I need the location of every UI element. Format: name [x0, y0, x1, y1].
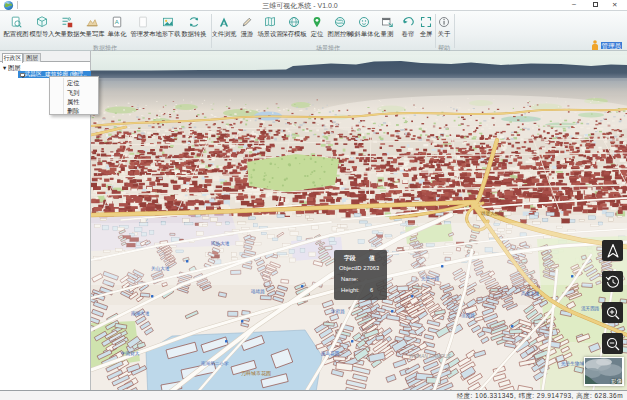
svg-text:关山大道: 关山大道: [151, 266, 170, 271]
svg-text:南湖大道: 南湖大道: [131, 311, 150, 316]
svg-text:南湖第二小学: 南湖第二小学: [201, 361, 229, 366]
svg-text:珞雄路: 珞雄路: [251, 288, 265, 294]
svg-text:万科城市花园: 万科城市花园: [241, 370, 271, 377]
svg-text:丽岛花园: 丽岛花园: [321, 350, 339, 357]
svg-text:中南财大: 中南财大: [121, 351, 140, 356]
svg-text:雄楚大街: 雄楚大街: [480, 210, 500, 217]
svg-text:光谷生物城: 光谷生物城: [561, 360, 584, 367]
svg-text:WUHAN CAMPUS: WUHAN CAMPUS: [409, 353, 451, 359]
svg-text:民族大道: 民族大道: [211, 241, 230, 246]
svg-text:学府路: 学府路: [331, 309, 345, 314]
svg-text:高新大道: 高新大道: [521, 291, 540, 296]
svg-text:A: A: [115, 19, 119, 25]
